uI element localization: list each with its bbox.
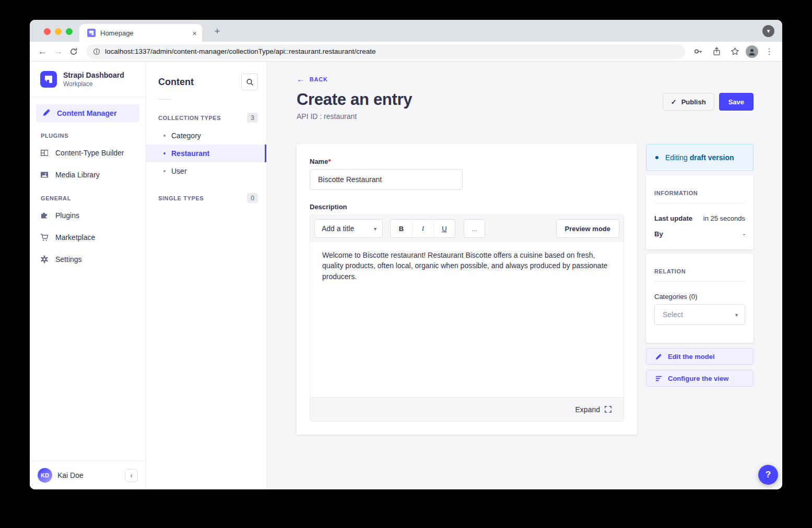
search-button[interactable] (241, 74, 258, 90)
browser-back-icon[interactable]: ← (36, 45, 49, 58)
expand-icon[interactable] (605, 406, 611, 413)
strapi-favicon-icon (87, 29, 96, 37)
tab-close-icon[interactable]: × (192, 29, 197, 37)
content-types-panel: Content COLLECTION TYPES 3 Category (146, 62, 267, 489)
collection-type-restaurant[interactable]: Restaurant (146, 145, 266, 162)
sidebar-user-row[interactable]: KD Kai Doe ‹ (30, 461, 146, 489)
configure-view-button[interactable]: Configure the view (646, 370, 754, 387)
sidebar-item-content-type-builder[interactable]: Content-Type Builder (30, 142, 146, 164)
title-style-select[interactable]: Add a title ▾ (314, 219, 383, 238)
tab-title: Homepage (100, 29, 187, 37)
card-divider (654, 203, 745, 203)
panel-title: Content (158, 77, 194, 88)
preview-mode-button[interactable]: Preview mode (556, 219, 619, 238)
publish-label: Publish (681, 98, 706, 106)
workspace-title: Strapi Dashboard (63, 71, 124, 79)
rich-text-editor: Add a title ▾ B I U ... Pre (310, 214, 624, 422)
single-types-header: SINGLE TYPES (158, 195, 204, 201)
browser-profile-avatar[interactable] (746, 45, 758, 58)
italic-button[interactable]: I (412, 220, 433, 237)
bookmark-star-icon[interactable] (727, 44, 742, 59)
edit-model-label: Edit the model (668, 353, 715, 361)
sidebar-item-label: Content-Type Builder (55, 149, 124, 157)
publish-button[interactable]: ✓ Publish (663, 93, 714, 111)
collection-types-count-badge: 3 (247, 113, 258, 123)
bullet-icon (163, 170, 166, 172)
bold-button[interactable]: B (391, 220, 412, 237)
browser-menu-chevron-icon[interactable]: ▾ (762, 25, 774, 37)
collection-type-user[interactable]: User (146, 162, 266, 180)
editor-text-area[interactable]: Welcome to Biscotte restaurant! Restaura… (310, 242, 623, 397)
sidebar-item-content-manager[interactable]: Content Manager (36, 104, 139, 122)
close-window-button[interactable] (44, 28, 51, 35)
strapi-logo-icon (40, 71, 57, 88)
information-card: INFORMATION Last update in 25 seconds By… (646, 175, 754, 249)
browser-reload-icon[interactable] (67, 45, 80, 58)
save-button[interactable]: Save (719, 93, 754, 111)
name-field-label: Name* (310, 158, 624, 165)
sidebar-item-label: Marketplace (55, 233, 95, 242)
browser-tab-strip: Homepage × + ▾ (30, 20, 782, 42)
puzzle-icon (40, 211, 49, 220)
pencil-icon (655, 353, 662, 360)
layout-icon (40, 149, 49, 157)
password-key-icon[interactable] (691, 44, 705, 59)
site-info-icon[interactable] (93, 48, 100, 55)
collapse-sidebar-button[interactable]: ‹ (125, 469, 138, 482)
last-update-value: in 25 seconds (703, 214, 745, 222)
main-navigation-sidebar: Strapi Dashboard Workplace Content Manag… (30, 62, 146, 489)
name-input[interactable] (310, 169, 463, 190)
underline-button[interactable]: U (433, 220, 455, 237)
address-bar[interactable]: localhost:1337/admin/content-manager/col… (86, 44, 685, 59)
check-icon: ✓ (671, 98, 677, 106)
back-link[interactable]: ← BACK (297, 75, 328, 83)
status-dot-icon (655, 156, 658, 159)
strapi-app: Strapi Dashboard Workplace Content Manag… (30, 62, 782, 489)
sidebar-item-media-library[interactable]: Media Library (30, 164, 146, 186)
relation-card: RELATION Categories (0) Select ▾ (646, 254, 754, 343)
browser-menu-icon[interactable]: ⋮ (762, 44, 776, 59)
categories-select[interactable]: Select ▾ (654, 304, 745, 325)
url-text[interactable]: localhost:1337/admin/content-manager/col… (105, 47, 376, 55)
minimize-window-button[interactable] (55, 28, 62, 35)
browser-tab[interactable]: Homepage × (79, 24, 202, 42)
browser-forward-icon[interactable]: → (51, 45, 65, 58)
help-button[interactable]: ? (758, 465, 778, 485)
collection-type-label: User (171, 167, 187, 175)
expand-label[interactable]: Expand (575, 405, 600, 414)
bullet-icon (163, 152, 166, 154)
collection-type-category[interactable]: Category (146, 127, 266, 145)
sidebar-item-label: Content Manager (57, 109, 116, 117)
collection-type-label: Category (171, 131, 201, 140)
api-id-subtitle: API ID : restaurant (297, 112, 412, 121)
sidebar-item-plugins[interactable]: Plugins (30, 205, 146, 226)
window-controls (44, 28, 73, 35)
description-text: Welcome to Biscotte restaurant! Restaura… (322, 250, 611, 282)
configure-view-label: Configure the view (668, 375, 728, 382)
editor-footer: Expand (310, 397, 623, 421)
maximize-window-button[interactable] (66, 28, 73, 35)
back-label: BACK (310, 76, 328, 82)
edit-model-button[interactable]: Edit the model (646, 348, 754, 365)
share-icon[interactable] (709, 44, 724, 59)
last-update-label: Last update (654, 214, 692, 222)
editor-toolbar: Add a title ▾ B I U ... Pre (310, 215, 623, 242)
sidebar-item-label: Plugins (55, 211, 79, 220)
chevron-down-icon: ▾ (735, 312, 738, 318)
browser-action-icons: ⋮ (691, 44, 776, 59)
content-manager-pen-icon (42, 109, 51, 117)
workspace-brand[interactable]: Strapi Dashboard Workplace (30, 62, 146, 97)
bullet-icon (163, 135, 166, 137)
chevron-down-icon: ▾ (374, 226, 376, 232)
browser-window: Homepage × + ▾ ← → localhost:1337/admin/… (30, 20, 782, 489)
new-tab-button[interactable]: + (210, 25, 224, 38)
entry-form-card: Name* Description Add a title ▾ (297, 144, 637, 435)
required-asterisk: * (328, 158, 331, 165)
entry-side-panel: Editing draft version INFORMATION Last u… (646, 144, 754, 387)
sidebar-item-settings[interactable]: Settings (30, 248, 146, 270)
page-title: Create an entry (297, 90, 412, 109)
sidebar-divider (30, 97, 146, 97)
format-button-group: B I U (390, 219, 455, 238)
sidebar-item-marketplace[interactable]: Marketplace (30, 226, 146, 248)
more-formats-button[interactable]: ... (464, 219, 485, 238)
